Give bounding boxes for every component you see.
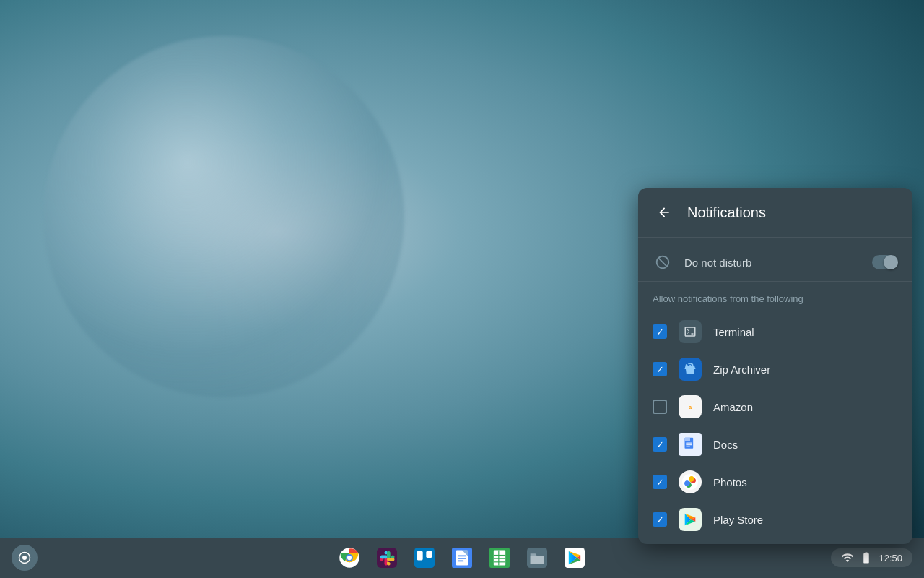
app-row-amazon[interactable]: a Amazon [638, 388, 912, 426]
svg-rect-6 [686, 447, 690, 447]
app-row-terminal[interactable]: ✓ Terminal [638, 313, 912, 350]
app-row-zip[interactable]: ✓ Zip Archiver [638, 350, 912, 388]
playstore-checkbox[interactable]: ✓ [653, 512, 667, 527]
app-row-docs[interactable]: ✓ Docs [638, 426, 912, 463]
taskbar-docs[interactable] [446, 542, 478, 574]
docs-checkbox[interactable]: ✓ [653, 437, 667, 452]
svg-rect-20 [417, 551, 423, 561]
svg-rect-5 [686, 444, 692, 445]
zip-icon [679, 358, 702, 381]
app-row-photos[interactable]: ✓ Photos [638, 463, 912, 501]
taskbar-slack[interactable] [371, 542, 403, 574]
svg-rect-25 [458, 558, 466, 559]
playstore-icon [679, 508, 702, 531]
panel-title: Notifications [687, 204, 766, 221]
checkmark-icon: ✓ [656, 478, 664, 487]
svg-rect-26 [458, 561, 463, 562]
amazon-checkbox[interactable] [653, 400, 667, 414]
dnd-toggle[interactable] [872, 255, 898, 269]
allow-notifications-label: Allow notifications from the following [638, 288, 912, 313]
zip-checkbox[interactable]: ✓ [653, 362, 667, 376]
taskbar-playstore[interactable] [559, 542, 590, 574]
launcher-button[interactable] [12, 545, 38, 571]
playstore-label: Play Store [713, 514, 898, 526]
panel-body: Do not disturb Allow notifications from … [638, 238, 912, 544]
docs-icon [679, 433, 702, 456]
taskbar-trello[interactable] [409, 542, 440, 574]
photos-icon [679, 470, 702, 493]
toggle-knob [884, 255, 898, 269]
terminal-checkbox[interactable]: ✓ [653, 324, 667, 339]
taskbar-sheets[interactable] [484, 542, 515, 574]
svg-rect-24 [458, 556, 466, 557]
wifi-icon [841, 551, 854, 564]
system-tray[interactable]: 12:50 [831, 548, 912, 567]
notifications-panel: Notifications Do not disturb Allow notif… [638, 188, 912, 544]
battery-icon [860, 551, 873, 564]
docs-label: Docs [713, 439, 898, 451]
checkmark-icon: ✓ [656, 440, 664, 449]
taskbar-center [334, 542, 590, 574]
panel-header: Notifications [638, 188, 912, 238]
svg-rect-4 [686, 443, 692, 444]
checkmark-icon: ✓ [656, 515, 664, 525]
do-not-disturb-icon [653, 252, 673, 272]
checkmark-icon: ✓ [656, 327, 664, 337]
svg-rect-3 [685, 438, 691, 441]
svg-point-17 [347, 556, 352, 560]
terminal-icon [679, 320, 702, 343]
svg-point-13 [22, 556, 27, 560]
svg-rect-21 [426, 551, 432, 558]
desktop: Notifications Do not disturb Allow notif… [0, 0, 924, 578]
photos-checkbox[interactable]: ✓ [653, 475, 667, 489]
clock: 12:50 [879, 553, 902, 564]
amazon-icon: a [679, 395, 702, 418]
taskbar-left [12, 545, 38, 571]
terminal-label: Terminal [713, 326, 898, 338]
taskbar-chrome[interactable] [334, 542, 365, 574]
dnd-row[interactable]: Do not disturb [638, 243, 912, 282]
dnd-label: Do not disturb [684, 256, 860, 269]
photos-label: Photos [713, 476, 898, 488]
amazon-label: Amazon [713, 401, 898, 413]
svg-rect-28 [494, 551, 505, 566]
checkmark-icon: ✓ [656, 365, 664, 374]
zip-label: Zip Archiver [713, 363, 898, 376]
taskbar-files[interactable] [521, 542, 553, 574]
back-button[interactable] [653, 201, 676, 224]
taskbar-right: 12:50 [831, 548, 912, 567]
app-row-playstore[interactable]: ✓ [638, 501, 912, 538]
